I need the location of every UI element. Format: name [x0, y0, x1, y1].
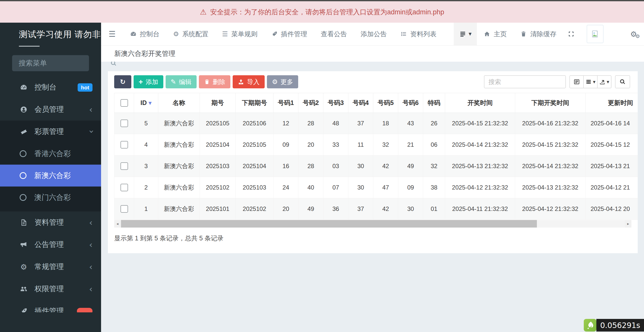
caret-down-icon: ▼: [469, 32, 472, 36]
more-button[interactable]: ⚙ 更多: [267, 75, 298, 88]
column-header-下期开奖时间[interactable]: 下期开奖时间: [515, 93, 586, 113]
settings-cogs-button[interactable]: ⚙ ⚙: [630, 23, 640, 45]
trace-toggle-button[interactable]: [584, 319, 596, 331]
cell: 16: [273, 156, 298, 177]
rocket-icon: [19, 307, 28, 312]
scroll-right-arrow[interactable]: ▸: [625, 220, 631, 228]
table-row: 4新澳六合彩20251042025105092033113221062025-0…: [114, 134, 638, 156]
tabs-dropdown-button[interactable]: ▼: [454, 23, 477, 45]
cell: 26: [423, 113, 445, 134]
rocket-icon: [271, 31, 278, 37]
cell: 2025-04-11 21:32:32: [445, 198, 515, 220]
sidebar-subitem-新澳六合彩[interactable]: 新澳六合彩: [0, 165, 101, 187]
cell: 2025-04-16 14: [586, 113, 638, 134]
sidebar-subitem-香港六合彩[interactable]: 香港六合彩: [0, 143, 101, 165]
row-checkbox[interactable]: [120, 184, 128, 191]
column-header-下期期号[interactable]: 下期期号: [236, 93, 273, 113]
user-avatar[interactable]: [587, 25, 603, 43]
import-button[interactable]: 导入: [233, 75, 265, 88]
home-icon: [484, 31, 490, 37]
row-checkbox[interactable]: [120, 162, 128, 170]
column-header-开奖时间[interactable]: 开奖时间: [445, 93, 515, 113]
export-button[interactable]: ▼: [597, 75, 611, 88]
column-header-号码1[interactable]: 号码1: [273, 93, 298, 113]
sidebar-item-常规管理[interactable]: ⚙常规管理‹: [0, 256, 101, 278]
fullscreen-button[interactable]: [563, 23, 579, 45]
gear-icon: ⚙: [173, 30, 179, 38]
row-checkbox[interactable]: [120, 205, 128, 213]
edit-button[interactable]: ✎ 编辑: [166, 75, 197, 88]
cell: 2025106: [236, 113, 273, 134]
nav-item-控制台[interactable]: 控制台: [123, 23, 166, 45]
cell: 37: [348, 198, 373, 220]
table-search-input[interactable]: [484, 75, 566, 88]
sidebar-search-input[interactable]: [18, 59, 110, 67]
sidebar-item-控制台[interactable]: 控制台hot: [0, 76, 101, 98]
sidebar-toggle-icon[interactable]: ☰: [101, 29, 123, 39]
nav-item-系统配置[interactable]: ⚙系统配置: [166, 23, 215, 45]
nav-item-label: 添加公告: [360, 30, 387, 39]
cell: 新澳六合彩: [158, 156, 200, 177]
column-header-更新时间[interactable]: 更新时间: [586, 93, 638, 113]
cell: 新澳六合彩: [158, 134, 200, 156]
column-header-号码4[interactable]: 号码4: [348, 93, 373, 113]
column-header-号码3[interactable]: 号码3: [323, 93, 348, 113]
chevron-left-icon: ‹: [89, 263, 93, 271]
columns-button[interactable]: ▼: [583, 75, 598, 88]
select-all-checkbox[interactable]: [120, 99, 128, 107]
nav-item-添加公告[interactable]: 添加公告: [354, 23, 393, 45]
scrollbar-thumb[interactable]: [121, 220, 537, 228]
users-icon: [19, 285, 28, 293]
records-summary: 显示第 1 到第 5 条记录，总共 5 条记录: [114, 234, 638, 242]
nav-item-菜单规则[interactable]: ☰菜单规则: [215, 23, 264, 45]
refresh-button[interactable]: ↻: [114, 75, 131, 88]
sidebar-item-插件管理[interactable]: 插件管理: [0, 300, 101, 312]
cell: 03: [323, 156, 348, 177]
cell: 43: [398, 113, 423, 134]
broken-image-icon: [591, 30, 599, 38]
common-search-button[interactable]: [569, 75, 584, 88]
cell: 42: [373, 198, 398, 220]
column-header-特码[interactable]: 特码: [423, 93, 445, 113]
sidebar-item-label: 资料管理: [35, 217, 64, 228]
sidebar-item-权限管理[interactable]: 权限管理‹: [0, 278, 101, 300]
sidebar-subitem-label: 澳门六合彩: [34, 193, 71, 203]
circle-o-icon: [20, 194, 26, 201]
cell: 48: [323, 113, 348, 134]
nav-item-插件管理[interactable]: 插件管理: [264, 23, 314, 45]
table-header-row: ID▼名称期号下期期号号码1号码2号码3号码4号码5号码6特码开奖时间下期开奖时…: [114, 93, 638, 113]
cell: 2: [134, 177, 158, 198]
cell: 新澳六合彩: [158, 198, 200, 220]
nav-item-clear-cache[interactable]: 清除缓存: [513, 23, 563, 45]
sidebar-item-会员管理[interactable]: 会员管理‹: [0, 98, 101, 121]
column-header-名称[interactable]: 名称: [158, 93, 200, 113]
horizontal-scrollbar: ◂ ▸: [114, 220, 631, 228]
row-checkbox[interactable]: [120, 120, 128, 127]
content-area: ↻ + 添加 ✎ 编辑 删除: [101, 62, 644, 332]
delete-button[interactable]: 删除: [199, 75, 230, 88]
caret-down-icon: ▼: [607, 80, 609, 84]
cell: 30: [348, 156, 373, 177]
sidebar-item-彩票管理[interactable]: 彩票管理‹: [0, 121, 101, 143]
sidebar-subitem-澳门六合彩[interactable]: 澳门六合彩: [0, 187, 101, 208]
column-header-号码2[interactable]: 号码2: [298, 93, 323, 113]
sidebar-item-资料管理[interactable]: 资料管理‹: [0, 211, 101, 234]
cell: 2025104: [200, 134, 236, 156]
cell: 2025-04-12 21: [586, 177, 638, 198]
row-checkbox[interactable]: [120, 141, 128, 149]
column-header-期号[interactable]: 期号: [200, 93, 236, 113]
trace-widget: 0.056291s: [584, 319, 644, 331]
column-header-号码6[interactable]: 号码6: [398, 93, 423, 113]
cell: 20: [298, 134, 323, 156]
cell: 2025101: [200, 198, 236, 220]
nav-item-查看公告[interactable]: 查看公告: [314, 23, 354, 45]
column-header-号码5[interactable]: 号码5: [373, 93, 398, 113]
scroll-left-arrow[interactable]: ◂: [114, 220, 121, 228]
column-header-ID[interactable]: ID▼: [134, 93, 158, 113]
search-submit-button[interactable]: [615, 75, 630, 88]
nav-item-home[interactable]: 主页: [477, 23, 513, 45]
nav-item-资料列表[interactable]: 资料列表: [393, 23, 443, 45]
add-button[interactable]: + 添加: [134, 75, 163, 88]
sidebar-item-公告管理[interactable]: 公告管理‹: [0, 234, 101, 256]
chevron-down-icon: ‹: [86, 130, 95, 133]
